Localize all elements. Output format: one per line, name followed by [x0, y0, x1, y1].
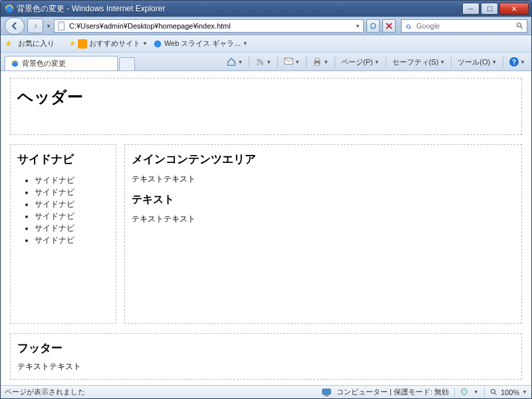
page-icon — [57, 21, 66, 31]
separator — [249, 57, 249, 67]
safety-menu-label: セーフティ(S) — [392, 57, 439, 67]
window-title: 背景色の変更 - Windows Internet Explorer — [17, 3, 462, 15]
tools-menu[interactable]: ツール(O) ▼ — [456, 57, 499, 67]
status-bar: ページが表示されました コンピューター | 保護モード: 無効 ▼ 100% ▼ — [1, 385, 531, 398]
sidenav-item[interactable]: サイドナビ — [35, 223, 109, 234]
svg-point-10 — [257, 63, 259, 65]
favorites-star-icon[interactable]: ★ — [5, 39, 13, 49]
page-menu[interactable]: ページ(P) ▼ — [339, 57, 382, 67]
svg-line-18 — [495, 392, 497, 394]
safety-menu[interactable]: セーフティ(S) ▼ — [390, 57, 448, 67]
main-paragraph: テキストテキスト — [132, 213, 515, 225]
sidenav-title: サイドナビ — [17, 152, 109, 167]
home-icon — [227, 57, 236, 66]
separator — [277, 57, 278, 67]
feeds-button[interactable]: ▼ — [253, 57, 273, 66]
print-icon — [313, 57, 322, 66]
svg-text:G: G — [406, 23, 411, 30]
chevron-down-icon: ▼ — [142, 41, 148, 47]
google-icon: G — [404, 21, 414, 31]
sidenav-item[interactable]: サイドナビ — [35, 235, 109, 246]
zoom-level: 100% — [501, 388, 519, 396]
star-icon: ★ — [69, 39, 76, 48]
page-body: ヘッダー サイドナビ サイドナビ サイドナビ サイドナビ サイドナビ サイドナビ… — [1, 71, 531, 385]
command-bar: ▼ ▼ ▼ ▼ ページ(P) ▼ セーフ — [225, 55, 527, 69]
window-buttons: ─ ☐ ✕ — [462, 3, 529, 15]
ie-small-icon — [153, 39, 162, 49]
separator — [334, 57, 335, 67]
main-title: メインコンテンツエリア — [132, 152, 515, 167]
stop-icon — [386, 23, 392, 29]
svg-rect-2 — [59, 22, 65, 24]
arrow-right-icon — [32, 23, 39, 29]
protected-mode-button[interactable] — [460, 388, 468, 397]
webslice-link[interactable]: Web スライス ギャラ... ▼ — [153, 39, 248, 49]
mail-button[interactable]: ▼ — [282, 57, 302, 66]
separator — [386, 57, 386, 67]
chevron-down-icon: ▼ — [520, 59, 525, 65]
address-bar[interactable]: ▼ — [54, 19, 364, 33]
refresh-icon — [369, 22, 377, 30]
svg-rect-13 — [316, 59, 319, 61]
zoom-control[interactable]: 100% ▼ — [490, 388, 527, 396]
suggested-label: おすすめサイト — [89, 39, 140, 49]
window-frame: 背景色の変更 - Windows Internet Explorer ─ ☐ ✕… — [0, 0, 532, 399]
ie-icon — [5, 4, 14, 13]
chevron-down-icon: ▼ — [374, 59, 380, 65]
tab-title: 背景色の変更 — [22, 59, 66, 68]
chevron-down-icon[interactable]: ▼ — [473, 389, 479, 395]
chevron-down-icon: ▼ — [295, 59, 300, 65]
rss-icon — [255, 57, 265, 66]
address-input[interactable] — [69, 22, 352, 30]
webslice-label: Web スライス ギャラ... — [164, 39, 241, 49]
main-subheading: テキスト — [132, 193, 515, 207]
footer-paragraph: テキストテキスト — [17, 361, 515, 372]
separator — [484, 388, 485, 397]
stop-button[interactable] — [382, 19, 396, 33]
chevron-down-icon: ▼ — [440, 59, 445, 65]
sidenav-item[interactable]: サイドナビ — [35, 211, 109, 222]
suggested-icon — [78, 39, 87, 49]
help-icon: ? — [509, 57, 519, 66]
refresh-button[interactable] — [366, 19, 380, 33]
address-dropdown-icon[interactable]: ▼ — [355, 23, 360, 29]
nav-history-dropdown[interactable]: ▼ — [46, 23, 51, 29]
forward-button[interactable] — [27, 19, 43, 33]
chevron-down-icon: ▼ — [243, 41, 248, 47]
favorites-bar: ★ お気に入り ★ おすすめサイト ▼ Web スライス ギャラ... ▼ — [1, 35, 531, 53]
svg-point-5 — [517, 23, 521, 27]
sidenav-item[interactable]: サイドナビ — [35, 187, 109, 198]
svg-point-17 — [491, 389, 495, 393]
zoom-icon — [490, 388, 498, 396]
new-tab-button[interactable] — [119, 57, 135, 70]
suggested-sites-link[interactable]: ★ おすすめサイト ▼ — [69, 39, 148, 49]
security-zone-text: コンピューター | 保護モード: 無効 — [336, 387, 449, 397]
computer-icon — [322, 388, 331, 396]
svg-line-6 — [521, 27, 523, 29]
help-button[interactable]: ?▼ — [507, 57, 527, 66]
search-input[interactable] — [416, 22, 513, 30]
chevron-down-icon: ▼ — [323, 59, 329, 65]
home-button[interactable]: ▼ — [225, 57, 245, 66]
arrow-left-icon — [10, 21, 19, 31]
chevron-down-icon: ▼ — [522, 389, 527, 395]
sidenav-item[interactable]: サイドナビ — [35, 175, 109, 186]
search-box[interactable]: G — [401, 19, 527, 33]
sidenav-item[interactable]: サイドナビ — [35, 199, 109, 210]
sidenav-box: サイドナビ サイドナビ サイドナビ サイドナビ サイドナビ サイドナビ サイドナ… — [10, 144, 116, 324]
close-button[interactable]: ✕ — [499, 3, 529, 15]
print-button[interactable]: ▼ — [311, 57, 331, 66]
search-icon[interactable] — [516, 22, 524, 30]
minimize-button[interactable]: ─ — [462, 3, 479, 15]
svg-point-7 — [154, 40, 162, 47]
separator — [503, 57, 503, 67]
content-viewport[interactable]: ヘッダー サイドナビ サイドナビ サイドナビ サイドナビ サイドナビ サイドナビ… — [1, 71, 531, 385]
page-header-box: ヘッダー — [10, 78, 522, 135]
maximize-button[interactable]: ☐ — [481, 3, 498, 15]
separator — [454, 388, 455, 397]
tab-active[interactable]: 背景色の変更 — [5, 56, 118, 70]
back-button[interactable] — [5, 17, 25, 35]
page-header-title: ヘッダー — [17, 86, 515, 108]
main-content-box: メインコンテンツエリア テキストテキスト テキスト テキストテキスト — [124, 144, 522, 324]
favorites-label[interactable]: お気に入り — [18, 39, 55, 49]
